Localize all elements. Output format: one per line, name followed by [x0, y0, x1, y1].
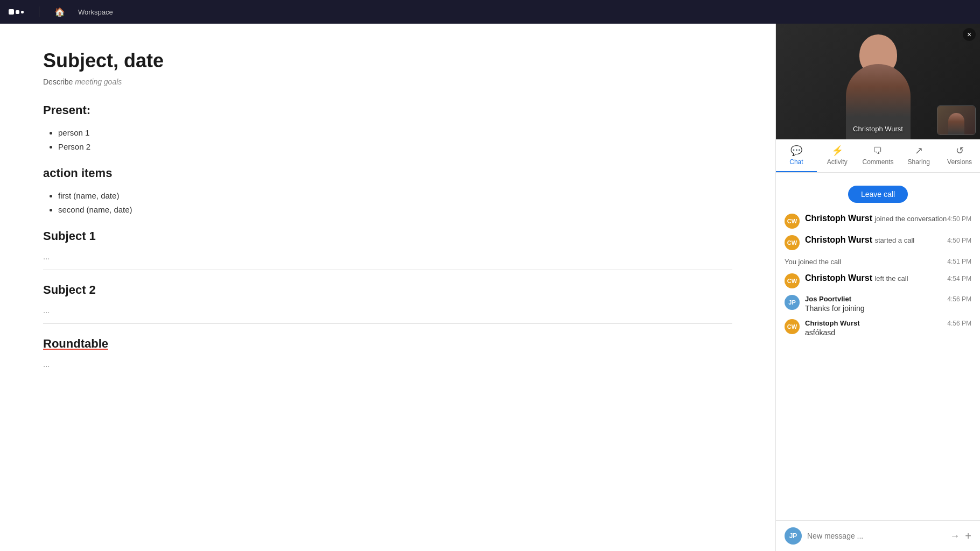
activity-item: CW Christoph Wurst started a call 4:50 P…: [785, 235, 971, 250]
main-layout: Subject, date Describe meeting goals Pre…: [0, 24, 980, 551]
chat-messages: Leave call CW Christoph Wurst joined the…: [776, 173, 980, 520]
system-message-time: 4:51 PM: [947, 258, 971, 266]
section-heading-action-items: action items: [43, 166, 732, 180]
video-close-button[interactable]: ×: [963, 28, 976, 41]
action-items-list: first (name, date) second (name, date): [43, 189, 732, 216]
comments-tab-icon: 🗨: [873, 145, 883, 157]
video-thumb-content: [937, 106, 975, 135]
section-heading-present: Present:: [43, 103, 732, 117]
logo-square-1: [9, 9, 14, 15]
right-panel: Christoph Wurst × 💬 Chat ⚡ Activity 🗨 Co…: [775, 24, 980, 551]
tab-versions[interactable]: ↺ Versions: [939, 139, 980, 172]
video-name-tag: Christoph Wurst: [853, 125, 903, 133]
message-content: Jos Poortvliet 4:56 PM Thanks for joinin…: [805, 295, 971, 313]
list-item: Person 2: [58, 140, 732, 154]
versions-tab-icon: ↺: [956, 145, 964, 157]
list-item: person 1: [58, 126, 732, 140]
activity-content: Christoph Wurst started a call 4:50 PM: [805, 235, 971, 246]
video-thumb-person: [948, 113, 964, 135]
tab-activity[interactable]: ⚡ Activity: [817, 139, 858, 172]
message-text: Thanks for joining: [805, 304, 971, 313]
roundtable-content: ...: [43, 359, 732, 369]
subject2-content: ...: [43, 306, 732, 315]
divider-2: [43, 323, 732, 324]
activity-name-bold: Christoph Wurst: [805, 235, 872, 244]
activity-name: Christoph Wurst joined the conversation: [805, 214, 947, 223]
subtitle-italic: meeting goals: [75, 77, 122, 86]
tab-comments[interactable]: 🗨 Comments: [858, 139, 899, 172]
message-author: Jos Poortvliet: [805, 295, 851, 303]
activity-time: 4:54 PM: [947, 275, 971, 282]
chat-add-button[interactable]: +: [965, 530, 971, 542]
panel-tabs: 💬 Chat ⚡ Activity 🗨 Comments ↗ Sharing ↺…: [776, 139, 980, 173]
activity-content: Christoph Wurst joined the conversation …: [805, 214, 971, 224]
activity-time: 4:50 PM: [947, 237, 971, 244]
activity-tab-icon: ⚡: [831, 145, 843, 157]
avatar: CW: [785, 273, 800, 288]
activity-item: CW Christoph Wurst joined the conversati…: [785, 214, 971, 229]
activity-header: Christoph Wurst left the call 4:54 PM: [805, 273, 971, 283]
message-text: asfókasd: [805, 328, 971, 337]
tab-chat[interactable]: 💬 Chat: [776, 139, 817, 172]
system-message-text: You joined the call: [785, 258, 841, 266]
chat-tab-label: Chat: [789, 158, 803, 166]
list-item: first (name, date): [58, 189, 732, 203]
avatar: CW: [785, 214, 800, 229]
subject1-content: ...: [43, 252, 732, 261]
activity-action: left the call: [874, 274, 908, 282]
nav-home-button[interactable]: 🏠: [52, 5, 67, 19]
chat-message: JP Jos Poortvliet 4:56 PM Thanks for joi…: [785, 295, 971, 313]
sharing-tab-label: Sharing: [908, 158, 930, 166]
versions-tab-label: Versions: [947, 158, 972, 166]
document-area: Subject, date Describe meeting goals Pre…: [0, 24, 775, 551]
logo-square-3: [21, 11, 24, 13]
document-subtitle: Describe meeting goals: [43, 77, 732, 86]
avatar: CW: [785, 319, 800, 334]
activity-time: 4:50 PM: [947, 215, 971, 223]
sharing-tab-icon: ↗: [915, 145, 923, 157]
chat-input-avatar: JP: [785, 527, 802, 545]
message-time: 4:56 PM: [947, 295, 971, 303]
activity-content: Christoph Wurst left the call 4:54 PM: [805, 273, 971, 284]
divider-1: [43, 270, 732, 270]
comments-tab-label: Comments: [862, 158, 893, 166]
avatar: CW: [785, 235, 800, 250]
section-heading-roundtable: Roundtable: [43, 337, 732, 351]
present-list: person 1 Person 2: [43, 126, 732, 153]
activity-name-bold: Christoph Wurst: [805, 214, 872, 223]
message-author: Christoph Wurst: [805, 319, 860, 327]
leave-call-button[interactable]: Leave call: [848, 186, 908, 203]
message-header: Jos Poortvliet 4:56 PM: [805, 295, 971, 303]
chat-tab-icon: 💬: [790, 145, 802, 157]
chat-input-area: JP → +: [776, 520, 980, 551]
message-content: Christoph Wurst 4:56 PM asfókasd: [805, 319, 971, 337]
activity-item: CW Christoph Wurst left the call 4:54 PM: [785, 273, 971, 288]
video-area: Christoph Wurst ×: [776, 24, 980, 139]
logo-icon: [9, 5, 26, 18]
logo-square-2: [16, 10, 19, 14]
section-heading-subject2: Subject 2: [43, 283, 732, 297]
nav-breadcrumb: Workspace: [78, 8, 113, 16]
video-thumbnail: [937, 105, 976, 135]
tab-sharing[interactable]: ↗ Sharing: [898, 139, 939, 172]
system-message: You joined the call 4:51 PM: [785, 257, 971, 267]
activity-name: Christoph Wurst started a call: [805, 235, 914, 245]
chat-message: CW Christoph Wurst 4:56 PM asfókasd: [785, 319, 971, 337]
chat-input[interactable]: [807, 532, 944, 540]
nav-separator: [39, 6, 39, 17]
activity-header: Christoph Wurst started a call 4:50 PM: [805, 235, 971, 245]
activity-action: joined the conversation: [874, 215, 947, 223]
activity-tab-label: Activity: [827, 158, 848, 166]
activity-name-bold: Christoph Wurst: [805, 273, 872, 282]
message-header: Christoph Wurst 4:56 PM: [805, 319, 971, 327]
avatar: JP: [785, 295, 800, 310]
list-item: second (name, date): [58, 203, 732, 217]
activity-action: started a call: [874, 236, 914, 244]
message-time: 4:56 PM: [947, 320, 971, 327]
logo: [9, 5, 26, 18]
document-title: Subject, date: [43, 50, 732, 72]
activity-header: Christoph Wurst joined the conversation …: [805, 214, 971, 223]
activity-name: Christoph Wurst left the call: [805, 273, 908, 283]
top-navigation: 🏠 Workspace: [0, 0, 980, 24]
chat-send-button[interactable]: →: [950, 531, 960, 542]
